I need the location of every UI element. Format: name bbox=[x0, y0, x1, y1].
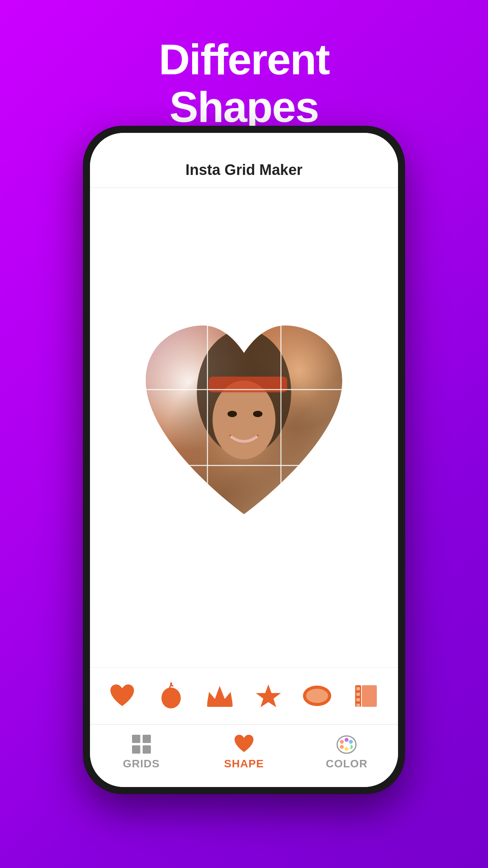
shape-btn-crown[interactable] bbox=[202, 678, 237, 714]
tab-color[interactable]: COLOR bbox=[311, 734, 382, 770]
nav-bar: Insta Grid Maker bbox=[90, 153, 398, 188]
tab-grids[interactable]: GRIDS bbox=[106, 734, 177, 770]
status-bar bbox=[90, 133, 398, 153]
headline: Different Shapes bbox=[159, 35, 329, 131]
svg-rect-19 bbox=[356, 693, 360, 696]
svg-rect-25 bbox=[132, 745, 140, 754]
svg-point-29 bbox=[345, 738, 349, 742]
svg-rect-24 bbox=[143, 735, 151, 743]
shape-btn-scroll[interactable] bbox=[348, 678, 383, 714]
svg-rect-18 bbox=[356, 687, 360, 690]
svg-point-16 bbox=[306, 689, 328, 703]
heart-shape-icon bbox=[108, 683, 136, 709]
svg-rect-26 bbox=[143, 745, 151, 754]
grids-tab-icon bbox=[131, 734, 152, 754]
tab-shape-label: SHAPE bbox=[224, 758, 264, 770]
shape-btn-star[interactable] bbox=[251, 678, 286, 714]
svg-rect-21 bbox=[356, 704, 360, 707]
shape-btn-apple[interactable] bbox=[153, 678, 189, 714]
page-background: Different Shapes Insta Grid Maker bbox=[159, 0, 329, 131]
oval-shape-icon bbox=[301, 684, 333, 708]
tab-grids-label: GRIDS bbox=[123, 758, 160, 770]
scroll-shape-icon bbox=[353, 683, 379, 709]
shape-tab-icon bbox=[233, 734, 255, 754]
tab-shape[interactable]: SHAPE bbox=[209, 734, 279, 770]
svg-point-30 bbox=[349, 740, 353, 744]
svg-rect-23 bbox=[132, 735, 140, 743]
svg-point-33 bbox=[340, 745, 344, 749]
color-tab-icon bbox=[336, 734, 357, 754]
svg-point-8 bbox=[253, 411, 262, 417]
phone-mockup: Insta Grid Maker bbox=[83, 126, 405, 794]
main-content bbox=[90, 188, 398, 667]
heart-photo bbox=[134, 314, 354, 542]
star-shape-icon bbox=[255, 682, 282, 709]
crown-shape-icon bbox=[205, 684, 235, 708]
shape-btn-circle[interactable] bbox=[299, 678, 335, 714]
shape-toolbar bbox=[90, 667, 398, 724]
heart-svg bbox=[134, 314, 354, 542]
svg-rect-20 bbox=[356, 698, 360, 701]
svg-point-28 bbox=[340, 740, 344, 744]
svg-point-7 bbox=[227, 411, 237, 417]
headline-line2: Shapes bbox=[159, 83, 329, 131]
apple-shape-icon bbox=[158, 682, 184, 710]
app-title: Insta Grid Maker bbox=[185, 162, 303, 178]
phone-inner: Insta Grid Maker bbox=[90, 133, 398, 787]
svg-rect-14 bbox=[207, 704, 233, 707]
svg-point-34 bbox=[347, 745, 351, 748]
heart-canvas bbox=[134, 314, 354, 542]
svg-rect-22 bbox=[362, 685, 377, 707]
headline-line1: Different bbox=[159, 35, 329, 83]
shape-btn-heart[interactable] bbox=[105, 678, 140, 714]
tab-color-label: COLOR bbox=[326, 758, 367, 770]
tab-bar: GRIDS SHAPE bbox=[90, 724, 398, 787]
